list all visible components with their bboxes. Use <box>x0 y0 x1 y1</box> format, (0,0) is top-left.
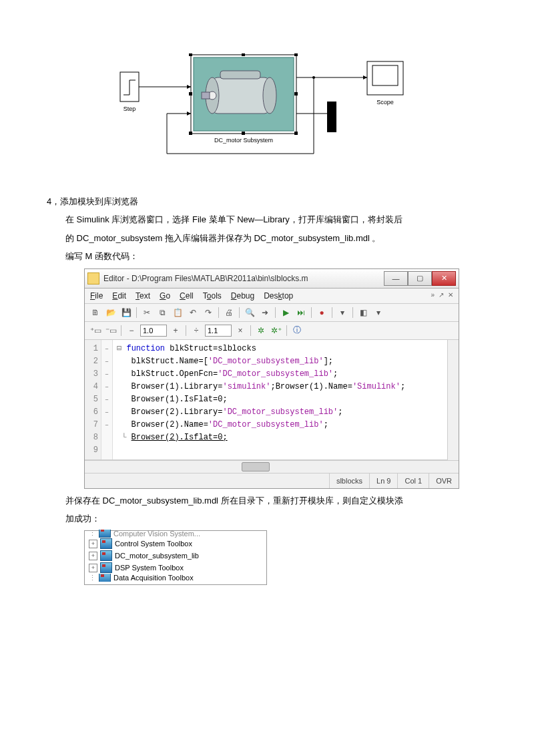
svg-marker-2 <box>187 85 191 89</box>
library-browser-tree: ⋮ Computer Vision System... + Control Sy… <box>84 530 267 585</box>
svg-marker-20 <box>363 75 367 79</box>
fold-gutter: ––––––– <box>101 340 113 459</box>
plus-button[interactable]: + <box>169 324 182 337</box>
svg-rect-12 <box>242 53 245 56</box>
breakpoint-icon[interactable]: ● <box>315 306 328 319</box>
horizontal-scrollbar[interactable] <box>85 460 459 473</box>
open-file-icon[interactable]: 📂 <box>104 306 117 319</box>
redo-icon[interactable]: ↷ <box>202 306 215 319</box>
print-icon[interactable]: 🖨 <box>222 306 236 319</box>
svg-rect-10 <box>220 71 260 79</box>
editor-title: Editor - D:\Program Files\MATLAB\R2011a\… <box>103 274 384 283</box>
dropdown-icon[interactable]: ▾ <box>372 306 385 319</box>
subsystem-label: DC_motor Subsystem <box>214 137 273 144</box>
svg-rect-11 <box>189 53 192 56</box>
tree-expand-icon[interactable]: + <box>89 552 97 560</box>
tree-expand-icon[interactable]: + <box>89 564 97 572</box>
tree-item[interactable]: + Control System Toolbox <box>89 538 262 550</box>
cell-insert-icon[interactable]: ⁺▭ <box>89 324 102 337</box>
svg-rect-14 <box>189 92 192 96</box>
menu-cell[interactable]: Cell <box>180 291 194 301</box>
section4-line1: 在 Simulink 库浏览器窗口，选择 File 菜单下 New—Librar… <box>47 212 487 227</box>
menu-tools[interactable]: Tools <box>203 291 222 301</box>
section4-after2: 加成功： <box>47 511 487 526</box>
run-icon[interactable]: ▶ <box>279 306 292 319</box>
copy-icon[interactable]: ⧉ <box>156 306 169 319</box>
toolbox-icon <box>99 530 111 538</box>
editor-menubar: File Edit Text Go Cell Tools Debug Deskt… <box>85 289 459 304</box>
goto-icon[interactable]: ➜ <box>258 306 272 319</box>
zoom2-box[interactable]: 1.1 <box>205 325 232 337</box>
editor-toolbar-2: ⁺▭ ⁻▭ − 1.0 + ÷ 1.1 × ✲ ✲⁺ ⓘ <box>85 322 459 340</box>
svg-rect-18 <box>294 132 298 135</box>
toolbox-icon <box>100 562 112 573</box>
section4-after1: 并保存在 DC_motor_subsystem_lib.mdl 所在目录下，重新… <box>47 493 487 508</box>
menu-text[interactable]: Text <box>136 291 150 301</box>
scope-label: Scope <box>376 99 394 106</box>
svg-rect-17 <box>242 132 245 135</box>
status-line: Ln 9 <box>369 474 397 488</box>
tree-item[interactable]: ⋮ Data Acquisition Toolbox <box>89 574 262 582</box>
find-icon[interactable]: 🔍 <box>243 306 256 319</box>
menu-desktop[interactable]: Desktop <box>264 291 293 301</box>
svg-rect-15 <box>294 92 298 96</box>
svg-rect-13 <box>294 53 298 56</box>
status-col: Col 1 <box>397 474 429 488</box>
minus-button[interactable]: − <box>125 324 138 337</box>
svg-rect-16 <box>189 132 192 135</box>
maximize-button[interactable]: ▢ <box>408 271 432 286</box>
undo-icon[interactable]: ↶ <box>186 306 200 319</box>
cell-remove-icon[interactable]: ⁻▭ <box>104 324 117 337</box>
svg-marker-27 <box>187 112 191 116</box>
eval-cell-icon[interactable]: ✲ <box>254 324 268 337</box>
code-text[interactable]: ⊟ function blkStruct=slblocks blkStruct.… <box>113 340 447 459</box>
section4-line3: 编写 M 函数代码： <box>47 248 487 264</box>
menu-debug[interactable]: Debug <box>231 291 254 301</box>
toolbox-icon <box>99 574 111 582</box>
editor-app-icon <box>87 272 99 285</box>
line-number-gutter: 123456789 <box>85 340 101 459</box>
toolbox-icon <box>100 550 112 561</box>
svg-point-28 <box>312 76 315 79</box>
simulink-block-diagram: Step DC_motor Subsystem Scope <box>47 53 487 167</box>
minimize-button[interactable]: — <box>384 271 408 286</box>
info-icon[interactable]: ⓘ <box>290 324 304 337</box>
section4-line2: 的 DC_motor_subsystem 拖入库编辑器并保存为 DC_motor… <box>47 230 487 246</box>
editor-toolbar-1: 🗎 📂 💾 ✂ ⧉ 📋 ↶ ↷ 🖨 🔍 ➜ ▶ ⏭ ● ▾ ◧ ▾ <box>85 304 459 322</box>
toolbox-icon <box>100 538 112 549</box>
cut-icon[interactable]: ✂ <box>140 306 154 319</box>
tree-item[interactable]: + DC_motor_subsystem_lib <box>89 550 262 562</box>
paste-icon[interactable]: 📋 <box>171 306 184 319</box>
status-filename: slblocks <box>329 474 369 488</box>
close-button[interactable]: ✕ <box>432 271 456 286</box>
multiply-button[interactable]: × <box>234 324 247 337</box>
vertical-scrollbar[interactable] <box>447 340 459 460</box>
tree-expand-icon[interactable]: + <box>89 540 97 548</box>
menu-go[interactable]: Go <box>160 291 170 301</box>
diagram-svg: Step DC_motor Subsystem Scope <box>107 53 427 167</box>
svg-rect-30 <box>372 65 398 85</box>
svg-rect-9 <box>202 92 210 99</box>
code-area[interactable]: 123456789 ––––––– ⊟ function blkStruct=s… <box>85 340 447 460</box>
matlab-editor-window: Editor - D:\Program Files\MATLAB\R2011a\… <box>84 268 459 489</box>
eval-advance-icon[interactable]: ✲⁺ <box>270 324 283 337</box>
step-label: Step <box>123 106 136 112</box>
svg-rect-5 <box>212 77 270 114</box>
tree-item[interactable]: + DSP System Toolbox <box>89 562 262 574</box>
svg-rect-22 <box>327 102 336 132</box>
new-file-icon[interactable]: 🗎 <box>89 306 102 319</box>
save-icon[interactable]: 💾 <box>119 306 133 319</box>
stack-icon[interactable]: ▾ <box>336 306 349 319</box>
divide-button[interactable]: ÷ <box>190 324 203 337</box>
run-advance-icon[interactable]: ⏭ <box>294 306 308 319</box>
editor-statusbar: slblocks Ln 9 Col 1 OVR <box>85 473 459 488</box>
editor-titlebar[interactable]: Editor - D:\Program Files\MATLAB\R2011a\… <box>85 269 459 289</box>
menu-edit[interactable]: Edit <box>112 291 126 301</box>
menu-file[interactable]: File <box>90 291 103 301</box>
status-ovr: OVR <box>429 474 459 488</box>
tree-item[interactable]: ⋮ Computer Vision System... <box>89 530 262 538</box>
svg-point-7 <box>263 77 276 114</box>
section4-heading: 4，添加模块到库浏览器 <box>47 194 487 209</box>
zoom1-box[interactable]: 1.0 <box>140 325 167 337</box>
layout-icon[interactable]: ◧ <box>356 306 370 319</box>
